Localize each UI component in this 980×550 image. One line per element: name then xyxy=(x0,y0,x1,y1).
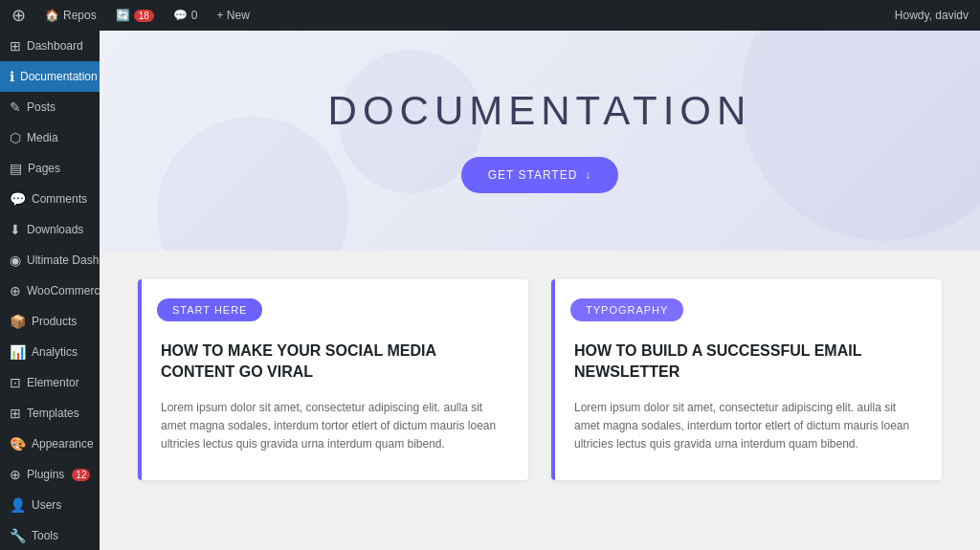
sidebar-label-tools: Tools xyxy=(32,529,58,542)
admin-bar-user[interactable]: Howdy, davidv xyxy=(891,0,972,31)
card-body-2: Lorem ipsum dolor sit amet, consectetur … xyxy=(574,399,919,454)
comments-icon: 💬 xyxy=(10,191,26,207)
card-1[interactable]: START HEREHOW TO MAKE YOUR SOCIAL MEDIA … xyxy=(138,279,528,480)
sidebar-label-elementor: Elementor xyxy=(27,376,79,389)
hero-title: DOCUMENTATION xyxy=(328,88,752,134)
sidebar-label-downloads: Downloads xyxy=(27,223,83,236)
sidebar-label-appearance: Appearance xyxy=(32,437,94,451)
card-2[interactable]: TYPOGRAPHYHOW TO BUILD A SUCCESSFUL EMAI… xyxy=(551,279,942,480)
users-icon: 👤 xyxy=(10,497,26,513)
ultimate-dash-icon: ◉ xyxy=(10,253,21,268)
sidebar-label-posts: Posts xyxy=(27,100,56,114)
admin-bar: ⊕ 🏠 Repos 🔄 18 💬 0 + New Howdy, davidv xyxy=(0,0,980,31)
card-tag-1: START HERE xyxy=(157,298,262,321)
woocommerce-icon: ⊕ xyxy=(10,283,21,298)
media-icon: ⬡ xyxy=(10,130,21,145)
sidebar-item-posts[interactable]: ✎Posts xyxy=(0,92,100,122)
sidebar-item-media[interactable]: ⬡Media xyxy=(0,122,100,153)
card-body-1: Lorem ipsum dolor sit amet, consectetur … xyxy=(161,399,505,454)
card-border-2 xyxy=(551,279,555,480)
admin-bar-new[interactable]: + New xyxy=(213,0,254,31)
sidebar-item-products[interactable]: 📦Products xyxy=(0,306,100,337)
sidebar-label-comments: Comments xyxy=(32,192,87,206)
analytics-icon: 📊 xyxy=(10,344,26,360)
downloads-icon: ⬇ xyxy=(10,222,21,237)
pages-icon: ▤ xyxy=(10,161,22,176)
sidebar-label-documentation: Documentation xyxy=(20,70,98,83)
sidebar-label-pages: Pages xyxy=(28,162,60,175)
tools-icon: 🔧 xyxy=(10,528,26,543)
appearance-icon: 🎨 xyxy=(10,436,26,451)
posts-icon: ✎ xyxy=(10,99,21,115)
cards-section: START HEREHOW TO MAKE YOUR SOCIAL MEDIA … xyxy=(100,251,980,509)
card-tag-2: TYPOGRAPHY xyxy=(570,298,683,321)
comment-icon: 💬 xyxy=(173,9,188,22)
admin-bar-repos[interactable]: 🏠 Repos xyxy=(41,0,100,31)
sidebar-item-downloads[interactable]: ⬇Downloads xyxy=(0,214,100,245)
home-icon: 🏠 xyxy=(45,9,59,22)
sidebar-item-pages[interactable]: ▤Pages xyxy=(0,153,100,184)
sidebar-item-analytics[interactable]: 📊Analytics xyxy=(0,337,100,367)
templates-icon: ⊞ xyxy=(10,406,21,421)
sidebar-label-plugins: Plugins xyxy=(27,468,64,481)
card-content-2: HOW TO BUILD A SUCCESSFUL EMAIL NEWSLETT… xyxy=(551,321,942,480)
elementor-icon: ⊡ xyxy=(10,375,21,390)
sidebar-item-appearance[interactable]: 🎨Appearance xyxy=(0,429,100,459)
sidebar-label-dashboard: Dashboard xyxy=(27,39,83,53)
sidebar-badge-plugins: 12 xyxy=(72,469,90,481)
sidebar-item-comments[interactable]: 💬Comments xyxy=(0,184,100,214)
sidebar-label-woocommerce: WooCommerce xyxy=(27,284,100,297)
products-icon: 📦 xyxy=(10,314,26,329)
sidebar-item-users[interactable]: 👤Users xyxy=(0,490,100,520)
sidebar-item-documentation[interactable]: ℹDocumentation xyxy=(0,61,100,92)
sidebar-label-templates: Templates xyxy=(27,407,79,420)
documentation-icon: ℹ xyxy=(10,69,14,84)
sidebar-item-ultimate-dash[interactable]: ◉Ultimate Dash... xyxy=(0,245,100,275)
dashboard-icon: ⊞ xyxy=(10,38,21,54)
card-title-1: HOW TO MAKE YOUR SOCIAL MEDIA CONTENT GO… xyxy=(161,341,505,384)
sidebar-label-analytics: Analytics xyxy=(32,345,78,359)
card-content-1: HOW TO MAKE YOUR SOCIAL MEDIA CONTENT GO… xyxy=(138,321,528,480)
update-icon: 🔄 xyxy=(116,9,130,22)
sidebar: ⊞DashboardℹDocumentation✎Posts⬡Media▤Pag… xyxy=(0,31,100,550)
sidebar-item-plugins[interactable]: ⊕Plugins12 xyxy=(0,459,100,490)
admin-bar-comments[interactable]: 💬 0 xyxy=(169,0,202,31)
sidebar-item-elementor[interactable]: ⊡Elementor xyxy=(0,367,100,398)
wp-logo[interactable]: ⊕ xyxy=(8,0,30,31)
sidebar-label-products: Products xyxy=(32,315,77,328)
sidebar-item-tools[interactable]: 🔧Tools xyxy=(0,520,100,550)
card-title-2: HOW TO BUILD A SUCCESSFUL EMAIL NEWSLETT… xyxy=(574,341,919,384)
hero-section: DOCUMENTATION GET STARTED ↓ xyxy=(100,31,980,251)
card-border-1 xyxy=(138,279,142,480)
main-content: DOCUMENTATION GET STARTED ↓ START HEREHO… xyxy=(100,31,980,550)
sidebar-label-ultimate-dash: Ultimate Dash... xyxy=(27,253,100,267)
sidebar-item-woocommerce[interactable]: ⊕WooCommerce xyxy=(0,275,100,306)
sidebar-item-dashboard[interactable]: ⊞Dashboard xyxy=(0,31,100,61)
sidebar-item-templates[interactable]: ⊞Templates xyxy=(0,398,100,429)
sidebar-label-users: Users xyxy=(32,498,61,512)
sidebar-label-media: Media xyxy=(27,131,58,144)
admin-bar-update-count[interactable]: 🔄 18 xyxy=(112,0,158,31)
plugins-icon: ⊕ xyxy=(10,467,21,482)
get-started-button[interactable]: GET STARTED ↓ xyxy=(461,157,619,193)
